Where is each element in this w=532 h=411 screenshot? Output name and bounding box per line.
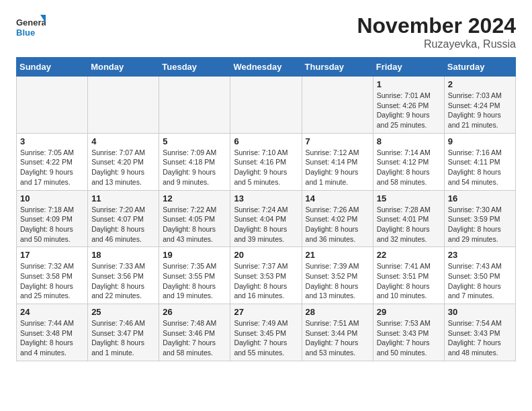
- weekday-header-wednesday: Wednesday: [230, 58, 302, 77]
- day-number: 6: [234, 136, 298, 146]
- day-number: 13: [234, 193, 298, 203]
- calendar-cell: 25Sunrise: 7:46 AMSunset: 3:47 PMDayligh…: [88, 304, 159, 361]
- day-info: Sunrise: 7:43 AMSunset: 3:50 PMDaylight:…: [448, 262, 502, 300]
- day-info: Sunrise: 7:26 AMSunset: 4:02 PMDaylight:…: [306, 205, 359, 243]
- day-number: 27: [234, 307, 298, 317]
- weekday-header-sunday: Sunday: [17, 58, 88, 77]
- day-number: 19: [163, 250, 226, 260]
- calendar-cell: 28Sunrise: 7:51 AMSunset: 3:44 PMDayligh…: [302, 304, 373, 361]
- day-number: 23: [448, 250, 512, 260]
- day-number: 29: [377, 307, 441, 317]
- day-info: Sunrise: 7:01 AMSunset: 4:26 PMDaylight:…: [377, 91, 431, 129]
- day-info: Sunrise: 7:20 AMSunset: 4:07 PMDaylight:…: [91, 205, 145, 243]
- day-number: 30: [448, 307, 512, 317]
- weekday-header-thursday: Thursday: [302, 58, 373, 77]
- day-info: Sunrise: 7:35 AMSunset: 3:55 PMDaylight:…: [163, 262, 216, 300]
- day-info: Sunrise: 7:32 AMSunset: 3:58 PMDaylight:…: [20, 262, 74, 300]
- day-info: Sunrise: 7:10 AMSunset: 4:16 PMDaylight:…: [234, 148, 287, 186]
- day-number: 2: [448, 79, 512, 89]
- day-number: 3: [20, 136, 84, 146]
- calendar-cell: 7Sunrise: 7:12 AMSunset: 4:14 PMDaylight…: [302, 133, 373, 190]
- calendar-cell: 19Sunrise: 7:35 AMSunset: 3:55 PMDayligh…: [159, 247, 230, 304]
- calendar-cell: 16Sunrise: 7:30 AMSunset: 3:59 PMDayligh…: [444, 190, 515, 247]
- day-number: 26: [163, 307, 226, 317]
- calendar-cell: 18Sunrise: 7:33 AMSunset: 3:56 PMDayligh…: [88, 247, 159, 304]
- calendar-cell: 23Sunrise: 7:43 AMSunset: 3:50 PMDayligh…: [444, 247, 515, 304]
- day-number: 1: [377, 79, 441, 89]
- day-number: 4: [91, 136, 155, 146]
- day-info: Sunrise: 7:16 AMSunset: 4:11 PMDaylight:…: [448, 148, 502, 186]
- calendar-cell: 26Sunrise: 7:48 AMSunset: 3:46 PMDayligh…: [159, 304, 230, 361]
- day-info: Sunrise: 7:28 AMSunset: 4:01 PMDaylight:…: [377, 205, 431, 243]
- day-info: Sunrise: 7:37 AMSunset: 3:53 PMDaylight:…: [234, 262, 287, 300]
- day-number: 21: [306, 250, 369, 260]
- calendar: SundayMondayTuesdayWednesdayThursdayFrid…: [16, 57, 516, 361]
- day-info: Sunrise: 7:05 AMSunset: 4:22 PMDaylight:…: [20, 148, 74, 186]
- day-info: Sunrise: 7:12 AMSunset: 4:14 PMDaylight:…: [306, 148, 359, 186]
- calendar-cell: 17Sunrise: 7:32 AMSunset: 3:58 PMDayligh…: [17, 247, 88, 304]
- calendar-cell: 10Sunrise: 7:18 AMSunset: 4:09 PMDayligh…: [17, 190, 88, 247]
- day-number: 28: [306, 307, 369, 317]
- day-info: Sunrise: 7:03 AMSunset: 4:24 PMDaylight:…: [448, 91, 502, 129]
- logo-icon: General Blue: [16, 13, 46, 40]
- day-number: 14: [306, 193, 369, 203]
- day-number: 8: [377, 136, 441, 146]
- calendar-cell: 14Sunrise: 7:26 AMSunset: 4:02 PMDayligh…: [302, 190, 373, 247]
- calendar-cell: [17, 77, 88, 134]
- calendar-cell: 9Sunrise: 7:16 AMSunset: 4:11 PMDaylight…: [444, 133, 515, 190]
- calendar-cell: 1Sunrise: 7:01 AMSunset: 4:26 PMDaylight…: [373, 77, 444, 134]
- day-info: Sunrise: 7:46 AMSunset: 3:47 PMDaylight:…: [91, 319, 145, 357]
- day-number: 16: [448, 193, 512, 203]
- weekday-header-monday: Monday: [88, 58, 159, 77]
- calendar-cell: 21Sunrise: 7:39 AMSunset: 3:52 PMDayligh…: [302, 247, 373, 304]
- day-number: 7: [306, 136, 369, 146]
- day-info: Sunrise: 7:44 AMSunset: 3:48 PMDaylight:…: [20, 319, 74, 357]
- svg-text:Blue: Blue: [16, 28, 35, 38]
- day-number: 9: [448, 136, 512, 146]
- day-number: 17: [20, 250, 84, 260]
- day-number: 20: [234, 250, 298, 260]
- day-info: Sunrise: 7:54 AMSunset: 3:43 PMDaylight:…: [448, 319, 502, 357]
- day-number: 12: [163, 193, 226, 203]
- day-number: 25: [91, 307, 155, 317]
- calendar-cell: 22Sunrise: 7:41 AMSunset: 3:51 PMDayligh…: [373, 247, 444, 304]
- day-info: Sunrise: 7:51 AMSunset: 3:44 PMDaylight:…: [306, 319, 359, 357]
- day-number: 5: [163, 136, 226, 146]
- weekday-header-saturday: Saturday: [444, 58, 515, 77]
- weekday-header-tuesday: Tuesday: [159, 58, 230, 77]
- calendar-cell: 27Sunrise: 7:49 AMSunset: 3:45 PMDayligh…: [230, 304, 302, 361]
- day-info: Sunrise: 7:24 AMSunset: 4:04 PMDaylight:…: [234, 205, 287, 243]
- day-number: 18: [91, 250, 155, 260]
- page: General Blue November 2024 Ruzayevka, Ru…: [0, 0, 532, 372]
- day-info: Sunrise: 7:22 AMSunset: 4:05 PMDaylight:…: [163, 205, 216, 243]
- calendar-cell: 11Sunrise: 7:20 AMSunset: 4:07 PMDayligh…: [88, 190, 159, 247]
- day-info: Sunrise: 7:49 AMSunset: 3:45 PMDaylight:…: [234, 319, 287, 357]
- calendar-cell: 15Sunrise: 7:28 AMSunset: 4:01 PMDayligh…: [373, 190, 444, 247]
- day-info: Sunrise: 7:39 AMSunset: 3:52 PMDaylight:…: [306, 262, 359, 300]
- logo: General Blue: [16, 13, 46, 40]
- calendar-cell: 8Sunrise: 7:14 AMSunset: 4:12 PMDaylight…: [373, 133, 444, 190]
- day-info: Sunrise: 7:53 AMSunset: 3:43 PMDaylight:…: [377, 319, 431, 357]
- calendar-cell: 4Sunrise: 7:07 AMSunset: 4:20 PMDaylight…: [88, 133, 159, 190]
- calendar-cell: 30Sunrise: 7:54 AMSunset: 3:43 PMDayligh…: [444, 304, 515, 361]
- calendar-cell: [159, 77, 230, 134]
- day-info: Sunrise: 7:30 AMSunset: 3:59 PMDaylight:…: [448, 205, 502, 243]
- day-info: Sunrise: 7:18 AMSunset: 4:09 PMDaylight:…: [20, 205, 74, 243]
- calendar-cell: 2Sunrise: 7:03 AMSunset: 4:24 PMDaylight…: [444, 77, 515, 134]
- day-number: 11: [91, 193, 155, 203]
- svg-text:General: General: [16, 17, 46, 28]
- calendar-cell: 20Sunrise: 7:37 AMSunset: 3:53 PMDayligh…: [230, 247, 302, 304]
- day-number: 22: [377, 250, 441, 260]
- calendar-cell: [88, 77, 159, 134]
- day-info: Sunrise: 7:41 AMSunset: 3:51 PMDaylight:…: [377, 262, 431, 300]
- calendar-cell: 6Sunrise: 7:10 AMSunset: 4:16 PMDaylight…: [230, 133, 302, 190]
- day-info: Sunrise: 7:07 AMSunset: 4:20 PMDaylight:…: [91, 148, 145, 186]
- location: Ruzayevka, Russia: [357, 38, 516, 50]
- calendar-cell: 5Sunrise: 7:09 AMSunset: 4:18 PMDaylight…: [159, 133, 230, 190]
- month-year: November 2024: [357, 13, 516, 38]
- day-number: 10: [20, 193, 84, 203]
- day-number: 15: [377, 193, 441, 203]
- day-info: Sunrise: 7:14 AMSunset: 4:12 PMDaylight:…: [377, 148, 431, 186]
- calendar-cell: 12Sunrise: 7:22 AMSunset: 4:05 PMDayligh…: [159, 190, 230, 247]
- calendar-cell: 3Sunrise: 7:05 AMSunset: 4:22 PMDaylight…: [17, 133, 88, 190]
